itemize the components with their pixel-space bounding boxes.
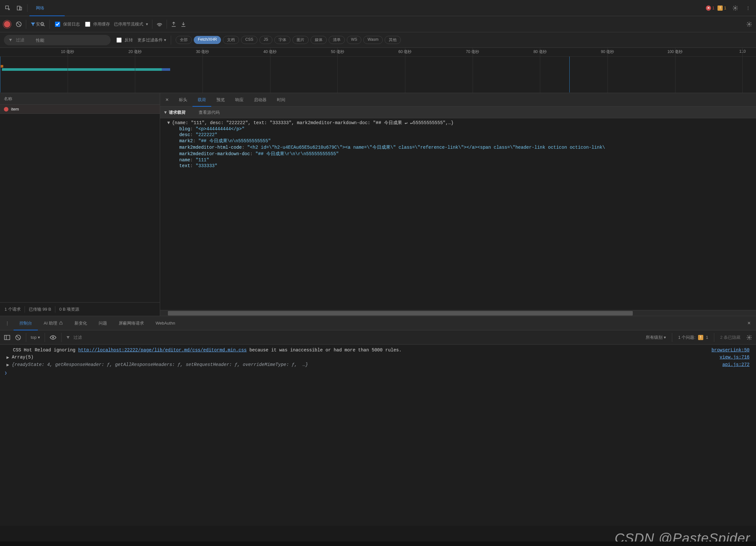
network-settings-gear-icon[interactable] xyxy=(746,21,752,27)
disable-cache-input[interactable] xyxy=(85,22,90,27)
drawer-tab-4[interactable]: 屏蔽网络请求 xyxy=(113,316,150,330)
drawer-tab-1[interactable]: AI 助理凸 xyxy=(38,316,69,330)
json-field-line[interactable]: mark2mdeditor-markdown-doc: "## 今日成果\r\n… xyxy=(160,151,756,157)
timeline-request-marker xyxy=(1,65,3,68)
detail-tab-3[interactable]: 响应 xyxy=(230,93,249,107)
console-url-link[interactable]: http://localhost:22222/page/lib/editor.m… xyxy=(78,347,247,353)
top-tab-5[interactable]: 安全 xyxy=(29,16,65,32)
invert-input[interactable] xyxy=(116,38,122,43)
os-taskbar xyxy=(0,541,756,546)
timeline-bar xyxy=(2,68,170,71)
type-pill-媒体[interactable]: 媒体 xyxy=(311,36,327,44)
console-line[interactable]: CSS Hot Reload ignoring http://localhost… xyxy=(0,346,756,354)
type-pill-图片[interactable]: 图片 xyxy=(292,36,309,44)
console-sidebar-toggle-icon[interactable] xyxy=(4,334,10,340)
separator xyxy=(45,333,45,342)
detail-tab-5[interactable]: 时间 xyxy=(272,93,290,107)
context-selector[interactable]: top ▾ xyxy=(31,335,40,340)
drawer-menu-icon[interactable]: ⋮ xyxy=(3,321,12,325)
record-button[interactable] xyxy=(4,21,10,27)
json-root-line[interactable]: ▼{name: "111", desc: "222222", text: "33… xyxy=(160,120,756,126)
console-filter-input[interactable] xyxy=(73,334,137,340)
warning-count-badge[interactable]: !1 xyxy=(718,5,726,11)
close-detail-icon[interactable]: ✕ xyxy=(160,97,174,102)
separator xyxy=(152,20,152,29)
type-pill-清单[interactable]: 清单 xyxy=(329,36,345,44)
json-field-line[interactable]: name: "111" xyxy=(160,157,756,163)
view-source-link[interactable]: 查看源代码 xyxy=(199,110,220,115)
download-icon[interactable] xyxy=(181,21,186,27)
footer-resources: 0 B 项资源 xyxy=(59,306,79,312)
log-levels-selector[interactable]: 所有级别 ▾ xyxy=(646,334,666,340)
inspect-element-icon[interactable] xyxy=(2,2,14,14)
network-timeline[interactable]: 10 毫秒20 毫秒30 毫秒40 毫秒50 毫秒60 毫秒70 毫秒80 毫秒… xyxy=(0,48,756,93)
device-toolbar-icon[interactable] xyxy=(14,2,25,14)
type-pill-CSS[interactable]: CSS xyxy=(241,36,257,44)
type-pill-JS[interactable]: JS xyxy=(259,36,272,44)
console-filter-wrap[interactable] xyxy=(66,332,137,343)
drawer-tabstrip: ⋮ 控制台AI 助理凸新变化问题屏蔽网络请求WebAuthn ✕ xyxy=(0,316,756,330)
more-menu-icon[interactable]: ⋮ xyxy=(744,2,751,14)
clear-icon[interactable] xyxy=(16,21,22,27)
console-settings-gear-icon[interactable] xyxy=(746,334,752,340)
console-line[interactable]: ▶Array(5)view.js:716 xyxy=(0,354,756,361)
json-field-line[interactable]: mark2: "## 今日成果\n\n55555555555" xyxy=(160,138,756,144)
timeline-dom-marker xyxy=(0,57,0,93)
svg-point-6 xyxy=(749,23,750,25)
invert-checkbox[interactable]: 反转 xyxy=(115,37,133,44)
network-conditions-icon[interactable] xyxy=(156,22,163,27)
drawer-tab-3[interactable]: 问题 xyxy=(93,316,113,330)
request-list-panel: 名称 item 1 个请求 已传输 99 B 0 B 项资源 xyxy=(0,93,160,316)
json-field-line[interactable]: text: "333333" xyxy=(160,163,756,169)
hidden-count[interactable]: 2 条已隐藏 xyxy=(720,334,740,340)
json-field-line[interactable]: blog: "<p>444444444</p>" xyxy=(160,126,756,132)
payload-title[interactable]: ▼请求载荷 xyxy=(163,110,186,115)
detail-tab-0[interactable]: 标头 xyxy=(174,93,192,107)
payload-subheader: ▼请求载荷 查看源代码 xyxy=(160,107,756,118)
settings-gear-icon[interactable] xyxy=(729,2,741,14)
chevron-down-icon[interactable]: ▾ xyxy=(146,22,148,27)
issues-indicator[interactable]: 1 个问题: !1 xyxy=(678,334,708,340)
eye-icon[interactable] xyxy=(49,335,57,340)
detail-tab-1[interactable]: 载荷 xyxy=(192,93,211,107)
console-output[interactable]: CSS Hot Reload ignoring http://localhost… xyxy=(0,344,756,526)
expand-caret-icon[interactable]: ▶ xyxy=(6,355,9,360)
type-pill-文档[interactable]: 文档 xyxy=(223,36,239,44)
network-main-split: 名称 item 1 个请求 已传输 99 B 0 B 项资源 ✕ 标头载荷预览响… xyxy=(0,93,756,316)
json-field-line[interactable]: mark2mdeditor-html-code: "<h2 id=\"h2-u4… xyxy=(160,144,756,151)
drawer-tab-2[interactable]: 新变化 xyxy=(69,316,93,330)
disable-cache-checkbox[interactable]: 停用缓存 xyxy=(84,21,110,28)
type-pill-Wasm[interactable]: Wasm xyxy=(363,36,383,44)
type-pill-WS[interactable]: WS xyxy=(347,36,361,44)
type-pill-Fetch/XHR[interactable]: Fetch/XHR xyxy=(194,36,221,44)
type-pill-其他[interactable]: 其他 xyxy=(385,36,401,44)
detail-tab-4[interactable]: 启动器 xyxy=(249,93,272,107)
console-source-link[interactable]: api.js:272 xyxy=(722,362,750,367)
payload-json-view[interactable]: ▼{name: "111", desc: "222222", text: "33… xyxy=(160,118,756,310)
json-field-line[interactable]: desc: "222222" xyxy=(160,132,756,138)
detail-tab-2[interactable]: 预览 xyxy=(211,93,230,107)
more-filters-label[interactable]: 更多过滤条件 ▾ xyxy=(137,37,166,43)
upload-icon[interactable] xyxy=(171,21,177,27)
top-tab-6[interactable]: 性能 xyxy=(29,32,65,49)
separator xyxy=(26,333,26,342)
drawer-close-icon[interactable]: ✕ xyxy=(745,321,753,325)
drawer-tab-0[interactable]: 控制台 xyxy=(14,316,38,330)
error-count-badge[interactable]: ✕1 xyxy=(706,5,715,11)
throttling-label[interactable]: 已停用节流模式 xyxy=(114,21,143,27)
type-pill-字体[interactable]: 字体 xyxy=(274,36,290,44)
horizontal-scrollbar[interactable] xyxy=(160,310,756,316)
console-prompt[interactable]: ❯ xyxy=(0,368,756,377)
console-source-link[interactable]: browserLink:50 xyxy=(711,347,750,353)
request-row[interactable]: item xyxy=(0,105,160,114)
expand-caret-icon[interactable]: ▶ xyxy=(6,362,9,367)
console-source-link[interactable]: view.js:716 xyxy=(720,355,750,360)
drawer-tab-5[interactable]: WebAuthn xyxy=(150,316,181,330)
request-list-header[interactable]: 名称 xyxy=(0,93,160,105)
console-clear-icon[interactable] xyxy=(15,334,21,341)
resource-type-pills: 全部Fetch/XHR文档CSSJS字体图片媒体清单WSWasm其他 xyxy=(176,36,401,44)
footer-count: 1 个请求 xyxy=(5,306,21,312)
top-tab-4[interactable]: 网络 xyxy=(29,0,65,16)
type-pill-全部[interactable]: 全部 xyxy=(176,36,192,44)
console-line[interactable]: ▶{readyState: 4, getResponseHeader: ƒ, g… xyxy=(0,361,756,368)
